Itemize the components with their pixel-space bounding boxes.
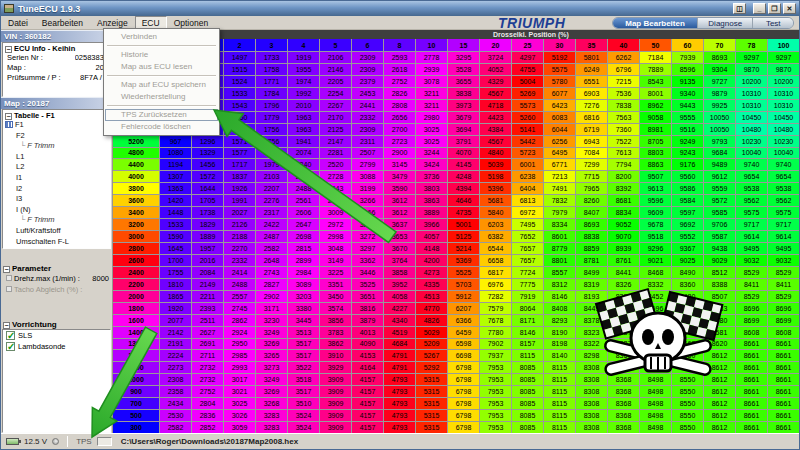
map-cell[interactable]: 3225	[320, 267, 351, 278]
map-cell[interactable]: 3889	[416, 207, 447, 218]
map-cell[interactable]: 7902	[480, 339, 511, 350]
map-cell[interactable]: 4157	[352, 422, 383, 433]
map-cell[interactable]: 8633	[640, 315, 671, 326]
map-cell[interactable]: 5723	[512, 148, 543, 159]
map-cell[interactable]: 1991	[224, 195, 255, 206]
map-cell[interactable]: 4090	[352, 339, 383, 350]
map-cell[interactable]: 6798	[448, 362, 479, 373]
map-cell[interactable]: 8146	[544, 291, 575, 302]
map-cell[interactable]: 8368	[608, 398, 639, 409]
map-cell[interactable]: 4684	[384, 339, 415, 350]
map-cell[interactable]: 2700	[384, 124, 415, 135]
map-cell[interactable]: 6813	[512, 195, 543, 206]
map-cell[interactable]: 7919	[512, 291, 543, 302]
map-cell[interactable]: 2267	[320, 100, 351, 111]
map-cell[interactable]: 7495	[512, 219, 543, 230]
map-cell[interactable]: 2732	[192, 374, 223, 385]
map-cell[interactable]: 1963	[288, 112, 319, 123]
map-cell[interactable]: 8368	[608, 362, 639, 373]
map-cell[interactable]: 5912	[448, 291, 479, 302]
map-cell[interactable]: 1533	[224, 88, 255, 99]
map-cell[interactable]: 5525	[448, 267, 479, 278]
map-cell[interactable]: 8308	[576, 386, 607, 397]
map-cell[interactable]: 10040	[768, 148, 799, 159]
map-cell[interactable]: 2899	[288, 255, 319, 266]
map-cell[interactable]: 8568	[672, 339, 703, 350]
map-cell[interactable]: 7579	[480, 303, 511, 314]
map-cell[interactable]: 1645	[160, 243, 191, 254]
map-cell[interactable]: 7491	[544, 183, 575, 194]
map-cell[interactable]: 2146	[320, 64, 351, 75]
map-cell[interactable]: 8761	[608, 255, 639, 266]
close-icon[interactable]: ✕	[783, 3, 796, 14]
map-cell[interactable]: 4273	[416, 267, 447, 278]
map-cell[interactable]: 6796	[608, 64, 639, 75]
map-cell[interactable]: 8085	[512, 386, 543, 397]
map-cell[interactable]: 9596	[640, 195, 671, 206]
map-cell[interactable]: 7838	[608, 100, 639, 111]
map-cell[interactable]: 7276	[576, 100, 607, 111]
map-cell[interactable]: 8308	[576, 410, 607, 421]
map-cell[interactable]: 9706	[704, 219, 735, 230]
tree-item-f1[interactable]: F1	[3, 120, 110, 131]
map-cell[interactable]: 9614	[768, 231, 799, 242]
map-cell[interactable]: 2358	[160, 386, 191, 397]
map-cell[interactable]: 2240	[288, 159, 319, 170]
map-cell[interactable]: 8801	[544, 255, 575, 266]
map-cell[interactable]: 8512	[704, 267, 735, 278]
map-cell[interactable]: 3518	[288, 374, 319, 385]
title-bar[interactable]: TuneECU 1.9.3 ◫ _ ❐ ✕	[1, 1, 799, 16]
map-cell[interactable]: 6207	[448, 303, 479, 314]
map-cell[interactable]: 1758	[256, 64, 287, 75]
map-cell[interactable]: 9560	[672, 171, 703, 182]
map-cell[interactable]: 6976	[480, 279, 511, 290]
map-cell[interactable]: 967	[160, 136, 191, 147]
map-cell[interactable]: 3612	[384, 207, 415, 218]
map-cell[interactable]: 8693	[704, 52, 735, 63]
map-cell[interactable]: 8803	[640, 148, 671, 159]
map-cell[interactable]: 6771	[544, 159, 575, 170]
map-cell[interactable]: 7563	[608, 112, 639, 123]
map-cell[interactable]: 4153	[352, 350, 383, 361]
map-cell[interactable]: 3244	[416, 148, 447, 159]
map-cell[interactable]: 4200	[416, 255, 447, 266]
map-cell[interactable]: 3048	[320, 243, 351, 254]
map-cell[interactable]: 3297	[352, 243, 383, 254]
map-cell[interactable]: 1296	[192, 136, 223, 147]
map-cell[interactable]: 4791	[384, 362, 415, 373]
map-cell[interactable]: 8449	[576, 303, 607, 314]
map-cell[interactable]: 8543	[640, 76, 671, 87]
map-cell[interactable]: 2985	[224, 350, 255, 361]
map-cell[interactable]: 2309	[352, 64, 383, 75]
map-cell[interactable]: 2270	[224, 243, 255, 254]
map-cell[interactable]: 10040	[736, 148, 767, 159]
map-cell[interactable]: 6719	[576, 124, 607, 135]
tree-item-i3[interactable]: I3	[3, 194, 110, 205]
map-cell[interactable]: 2691	[192, 339, 223, 350]
map-cell[interactable]: 9879	[704, 88, 735, 99]
map-cell[interactable]: 1837	[224, 171, 255, 182]
map-cell[interactable]: 4423	[480, 112, 511, 123]
map-cell[interactable]: 5192	[544, 52, 575, 63]
map-cell[interactable]: 8661	[768, 350, 799, 361]
map-cell[interactable]: 2827	[256, 279, 287, 290]
map-cell[interactable]: 2426	[288, 171, 319, 182]
map-cell[interactable]: 8696	[768, 303, 799, 314]
map-cell[interactable]: 7979	[544, 207, 575, 218]
map-cell[interactable]: 3856	[320, 315, 351, 326]
map-cell[interactable]: 1784	[256, 88, 287, 99]
map-cell[interactable]: 3283	[256, 410, 287, 421]
map-cell[interactable]: 4646	[448, 195, 479, 206]
map-cell[interactable]: 9613	[640, 183, 671, 194]
map-cell[interactable]: 1979	[256, 159, 287, 170]
map-cell[interactable]: 4013	[352, 327, 383, 338]
map-cell[interactable]: 9367	[672, 243, 703, 254]
collapse-icon[interactable]	[5, 113, 12, 120]
map-cell[interactable]: 8319	[576, 279, 607, 290]
map-cell[interactable]: 1992	[288, 88, 319, 99]
map-cell[interactable]: 10450	[736, 112, 767, 123]
map-cell[interactable]: 8705	[640, 136, 671, 147]
map-cell[interactable]: 3445	[288, 315, 319, 326]
map-cell[interactable]: 3952	[384, 279, 415, 290]
map-cell[interactable]: 8498	[640, 398, 671, 409]
